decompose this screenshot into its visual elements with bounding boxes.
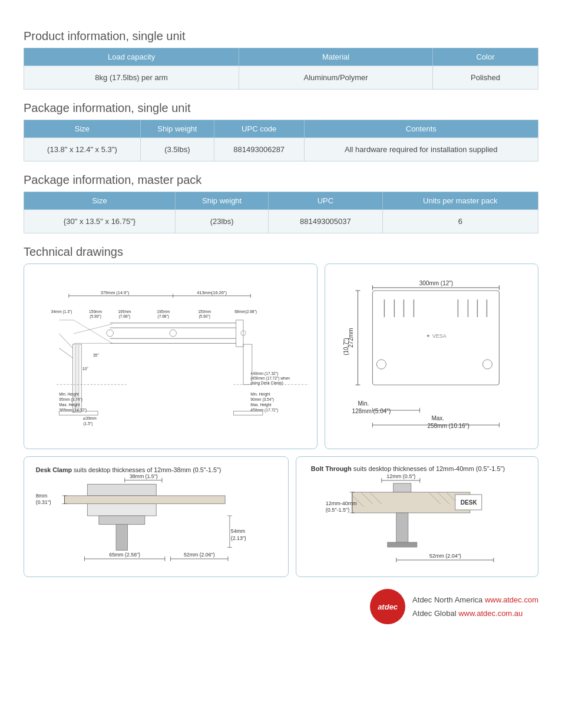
svg-text:150mm: 150mm bbox=[89, 309, 102, 314]
atdec-contact: Atdec North America www.atdec.com Atdec … bbox=[412, 593, 538, 621]
pkg-single-weight-value: (3.5lbs) bbox=[140, 138, 214, 162]
drawings-section: Technical drawings 379mm (14.9") 413mm(1… bbox=[24, 245, 538, 577]
svg-text:52mm (2.04"): 52mm (2.04") bbox=[429, 553, 461, 559]
product-section-title: Product information, single unit bbox=[24, 29, 538, 43]
svg-text:10°: 10° bbox=[82, 367, 88, 371]
svg-text:DESK: DESK bbox=[461, 499, 478, 506]
svg-text:(0.5"-1.5"): (0.5"-1.5") bbox=[326, 507, 349, 513]
pkg-single-contents-value: All hardware required for installation s… bbox=[304, 138, 538, 162]
drawings-bottom-row: Desk Clamp suits desktop thicknesses of … bbox=[24, 456, 538, 577]
svg-text:12mm (0.5"): 12mm (0.5") bbox=[387, 473, 416, 479]
svg-text:(5.90"): (5.90") bbox=[90, 314, 101, 319]
package-master-title: Package information, master pack bbox=[24, 173, 538, 187]
svg-text:Min. Height: Min. Height bbox=[59, 392, 78, 397]
table-row: {30" x 13.5" x 16.75"} (23lbs) 881493005… bbox=[24, 210, 538, 233]
side-dimension-drawing: 300mm (12") ✦ VESA bbox=[325, 263, 538, 449]
pkg-master-header-weight: Ship weight bbox=[176, 192, 269, 210]
svg-text:365mm (14.37"): 365mm (14.37") bbox=[59, 408, 87, 413]
svg-text:(10.7"): (10.7") bbox=[343, 338, 350, 355]
pkg-master-weight-value: (23lbs) bbox=[176, 210, 269, 233]
svg-rect-133 bbox=[396, 513, 408, 542]
svg-text:65mm (2.56"): 65mm (2.56") bbox=[109, 552, 140, 558]
svg-text:54mm: 54mm bbox=[231, 528, 245, 534]
atdec-global-link[interactable]: www.atdec.com.au bbox=[458, 609, 523, 618]
svg-text:128mm (5.04"): 128mm (5.04") bbox=[352, 408, 391, 414]
svg-point-31 bbox=[107, 330, 114, 337]
svg-rect-134 bbox=[388, 542, 417, 547]
svg-rect-33 bbox=[72, 344, 81, 412]
desk-clamp-svg: Desk Clamp suits desktop thicknesses of … bbox=[30, 463, 282, 569]
svg-rect-96 bbox=[99, 516, 145, 525]
pkg-single-header-contents: Contents bbox=[304, 120, 538, 138]
svg-text:(0.31"): (0.31") bbox=[36, 499, 51, 505]
package-single-title: Package information, single unit bbox=[24, 101, 538, 115]
bolt-through-drawing: Bolt Through suits desktop thicknesses o… bbox=[296, 456, 538, 577]
pkg-master-header-size: Size bbox=[24, 192, 176, 210]
pkg-master-units-value: 6 bbox=[382, 210, 538, 233]
atdec-global-line: Atdec Global www.atdec.com.au bbox=[412, 607, 538, 620]
svg-rect-29 bbox=[236, 320, 243, 347]
table-row: (13.8" x 12.4" x 5.3") (3.5lbs) 88149300… bbox=[24, 138, 538, 162]
svg-rect-98 bbox=[64, 496, 225, 504]
svg-text:(7.68"): (7.68") bbox=[157, 314, 169, 319]
svg-rect-94 bbox=[87, 484, 156, 495]
svg-text:68mm(2.68"): 68mm(2.68") bbox=[234, 309, 257, 314]
footer: atdec Atdec North America www.atdec.com … bbox=[24, 589, 538, 624]
main-drawing-svg: 379mm (14.9") 413mm(16.26") 34mm (1.3") … bbox=[30, 270, 311, 441]
svg-text:Max.: Max. bbox=[432, 415, 445, 421]
svg-text:90mm (3.54"): 90mm (3.54") bbox=[250, 397, 274, 402]
svg-text:Min. Height: Min. Height bbox=[250, 392, 270, 397]
svg-text:(7.68"): (7.68") bbox=[119, 314, 131, 319]
pkg-master-size-value: {30" x 13.5" x 16.75"} bbox=[24, 210, 176, 233]
atdec-na-label: Atdec North America bbox=[412, 595, 482, 604]
svg-rect-123 bbox=[352, 492, 470, 513]
svg-point-32 bbox=[170, 330, 177, 337]
svg-text:(2.13"): (2.13") bbox=[231, 535, 246, 541]
pkg-single-upc-value: 881493006287 bbox=[214, 138, 304, 162]
svg-text:using Desk Clamp): using Desk Clamp) bbox=[250, 381, 283, 386]
atdec-logo-text: atdec bbox=[378, 602, 398, 611]
svg-line-18 bbox=[74, 320, 113, 343]
svg-text:379mm (14.9"): 379mm (14.9") bbox=[101, 290, 130, 295]
svg-text:(1.5"): (1.5") bbox=[83, 421, 92, 426]
atdec-logo: atdec Atdec North America www.atdec.com … bbox=[370, 589, 538, 624]
drawings-top-row: 379mm (14.9") 413mm(16.26") 34mm (1.3") … bbox=[24, 263, 538, 449]
product-load-value: 8kg (17.5lbs) per arm bbox=[24, 66, 239, 90]
pkg-master-upc-value: 881493005037 bbox=[269, 210, 382, 233]
svg-text:52mm (2.06"): 52mm (2.06") bbox=[184, 552, 215, 558]
package-master-table: Size Ship weight UPC Units per master pa… bbox=[24, 192, 538, 233]
main-side-drawing: 379mm (14.9") 413mm(16.26") 34mm (1.3") … bbox=[24, 263, 318, 449]
svg-rect-35 bbox=[78, 344, 80, 412]
pkg-master-header-upc: UPC bbox=[269, 192, 382, 210]
svg-text:⌀39mm: ⌀39mm bbox=[83, 416, 97, 420]
side-drawing-svg: 300mm (12") ✦ VESA bbox=[331, 270, 532, 441]
atdec-global-label: Atdec Global bbox=[412, 609, 456, 618]
svg-rect-34 bbox=[75, 344, 77, 412]
atdec-na-link[interactable]: www.atdec.com bbox=[485, 595, 538, 604]
svg-text:440mm (17.32"): 440mm (17.32") bbox=[250, 371, 278, 376]
product-material-value: Aluminum/Polymer bbox=[239, 66, 433, 90]
atdec-na-line: Atdec North America www.atdec.com bbox=[412, 593, 538, 607]
svg-point-73 bbox=[483, 360, 492, 369]
drawings-title: Technical drawings bbox=[24, 245, 538, 259]
bolt-through-svg: Bolt Through suits desktop thicknesses o… bbox=[302, 463, 532, 569]
pkg-single-header-upc: UPC code bbox=[214, 120, 304, 138]
svg-text:Min.: Min. bbox=[358, 400, 369, 407]
svg-line-37 bbox=[59, 348, 72, 358]
svg-text:150mm: 150mm bbox=[198, 309, 211, 314]
product-header-material: Material bbox=[239, 48, 433, 66]
package-single-table: Size Ship weight UPC code Contents (13.8… bbox=[24, 120, 538, 162]
pkg-master-header-units: Units per master pack bbox=[382, 192, 538, 210]
svg-text:Max. Height: Max. Height bbox=[250, 403, 271, 407]
svg-text:413mm(16.26"): 413mm(16.26") bbox=[197, 290, 227, 295]
product-header-load: Load capacity bbox=[24, 48, 239, 66]
svg-text:38mm (1.5"): 38mm (1.5") bbox=[130, 473, 158, 479]
pkg-single-size-value: (13.8" x 12.4" x 5.3") bbox=[24, 138, 141, 162]
svg-text:Desk Clamp suits desktop thick: Desk Clamp suits desktop thicknesses of … bbox=[36, 466, 222, 473]
svg-text:35°: 35° bbox=[93, 353, 99, 357]
svg-text:✦ VESA: ✦ VESA bbox=[426, 333, 447, 339]
svg-rect-97 bbox=[116, 525, 127, 551]
svg-point-72 bbox=[377, 360, 386, 369]
table-row: 8kg (17.5lbs) per arm Aluminum/Polymer P… bbox=[24, 66, 538, 90]
svg-text:8mm: 8mm bbox=[36, 493, 47, 499]
